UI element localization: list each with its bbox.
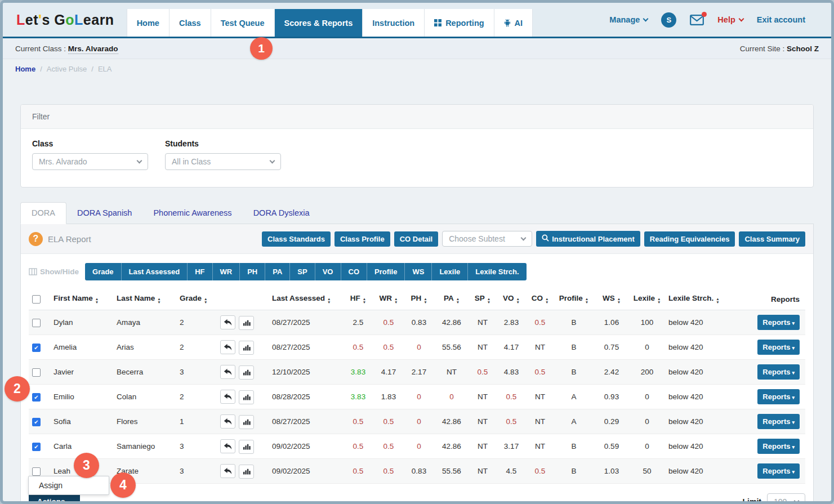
- nav-tab-instruction[interactable]: Instruction: [363, 9, 425, 37]
- co-detail-button[interactable]: CO Detail: [394, 231, 439, 247]
- exit-account-link[interactable]: Exit account: [757, 15, 805, 24]
- undo-test-button[interactable]: [220, 365, 235, 379]
- instructional-placement-button[interactable]: Instructional Placement: [536, 231, 640, 247]
- show-hide-button[interactable]: Show/Hide: [29, 267, 79, 276]
- toggle-lexile[interactable]: Lexile: [432, 263, 468, 280]
- column-header-sp[interactable]: SP▲▼: [469, 288, 496, 310]
- toggle-wr[interactable]: WR: [213, 263, 240, 280]
- cell-co-score: NT: [527, 434, 554, 459]
- toggle-lexile-strch[interactable]: Lexile Strch.: [468, 263, 526, 280]
- column-header-last-name[interactable]: Last Name▲▼: [113, 288, 176, 310]
- column-header-ph[interactable]: PH▲▼: [404, 288, 434, 310]
- toggle-hf[interactable]: HF: [188, 263, 212, 280]
- row-checkbox[interactable]: ✔: [32, 344, 41, 352]
- cell-co-score: 0.5: [527, 360, 554, 385]
- tab-phonemic-awareness[interactable]: Phonemic Awareness: [142, 203, 242, 224]
- limit-select[interactable]: 100: [767, 493, 805, 504]
- column-header-first-name[interactable]: First Name▲▼: [50, 288, 113, 310]
- tab-dora-spanish[interactable]: DORA Spanish: [66, 203, 143, 224]
- toggle-profile[interactable]: Profile: [367, 263, 405, 280]
- reports-button[interactable]: Reports▾: [757, 364, 800, 380]
- column-header-pa[interactable]: PA▲▼: [434, 288, 469, 310]
- cell-ws: 0.75: [594, 335, 629, 360]
- column-header-hf[interactable]: HF▲▼: [343, 288, 373, 310]
- manage-menu[interactable]: Manage: [609, 15, 648, 24]
- column-header-co[interactable]: CO▲▼: [527, 288, 554, 310]
- class-filter-select[interactable]: Mrs. Alvarado: [32, 153, 148, 170]
- button-label: Class Profile: [340, 235, 385, 243]
- undo-test-button[interactable]: [220, 340, 235, 354]
- student-chart-button[interactable]: [239, 341, 254, 355]
- reports-button[interactable]: Reports▾: [757, 340, 800, 355]
- undo-test-button[interactable]: [220, 464, 235, 478]
- toggle-vo[interactable]: VO: [315, 263, 341, 280]
- toggle-sp[interactable]: SP: [290, 263, 315, 280]
- choose-subtest-select[interactable]: Choose Subtest: [442, 231, 532, 247]
- class-standards-button[interactable]: Class Standards: [262, 231, 331, 247]
- toggle-ws[interactable]: WS: [405, 263, 432, 280]
- breadcrumb-item-home[interactable]: Home: [15, 65, 35, 73]
- column-header-wr[interactable]: WR▲▼: [373, 288, 404, 310]
- student-chart-button[interactable]: [239, 415, 254, 429]
- column-header-profile[interactable]: Profile▲▼: [554, 288, 594, 310]
- nav-tab-test-queue[interactable]: Test Queue: [211, 9, 275, 37]
- class-profile-button[interactable]: Class Profile: [335, 231, 390, 247]
- select-all-checkbox[interactable]: [32, 295, 41, 304]
- nav-tab-ai[interactable]: AI: [494, 9, 533, 37]
- row-checkbox[interactable]: ✔: [32, 393, 41, 402]
- student-chart-button[interactable]: [239, 465, 254, 479]
- row-checkbox[interactable]: [32, 368, 41, 377]
- current-class-name[interactable]: Mrs. Alvarado: [68, 44, 118, 54]
- toggle-pa[interactable]: PA: [265, 263, 290, 280]
- reports-button[interactable]: Reports▾: [757, 414, 800, 429]
- reports-button[interactable]: Reports▾: [757, 439, 800, 454]
- row-checkbox[interactable]: ✔: [32, 418, 41, 426]
- student-chart-button[interactable]: [239, 440, 254, 454]
- tab-dora-dyslexia[interactable]: DORA Dyslexia: [243, 203, 320, 224]
- reports-button[interactable]: Reports▾: [757, 315, 800, 330]
- row-checkbox[interactable]: [32, 319, 41, 327]
- column-header-lexile[interactable]: Lexile▲▼: [629, 288, 665, 310]
- messages-button[interactable]: [690, 15, 704, 25]
- column-header-label: First Name: [53, 294, 93, 302]
- cell-wr-score: 0.5: [373, 409, 404, 434]
- row-checkbox[interactable]: ✔: [32, 443, 41, 451]
- cell-last-name: Flores: [113, 409, 176, 434]
- reading-equivalencies-button[interactable]: Reading Equivalencies: [644, 231, 735, 247]
- undo-test-button[interactable]: [220, 439, 235, 453]
- row-checkbox[interactable]: [32, 467, 41, 476]
- student-chart-button[interactable]: [239, 316, 254, 330]
- column-header-vo[interactable]: VO▲▼: [496, 288, 527, 310]
- undo-test-button[interactable]: [220, 390, 235, 404]
- logo[interactable]: Let's Go Learn: [3, 3, 127, 37]
- undo-test-button[interactable]: [220, 315, 235, 329]
- tab-dora[interactable]: DORA: [20, 202, 66, 224]
- undo-test-button[interactable]: [220, 414, 235, 429]
- column-header-label: Last Name: [117, 294, 155, 302]
- reports-button[interactable]: Reports▾: [757, 463, 800, 479]
- nav-tab-reporting[interactable]: Reporting: [425, 9, 494, 37]
- row-actions-cell: [217, 385, 269, 409]
- student-chart-button[interactable]: [239, 390, 254, 404]
- class-summary-button[interactable]: Class Summary: [739, 231, 805, 247]
- reports-button[interactable]: Reports▾: [757, 389, 800, 404]
- column-header-last-assessed[interactable]: Last Assessed▲▼: [269, 288, 343, 310]
- nav-tab-scores-reports[interactable]: Scores & Reports: [275, 9, 363, 37]
- toggle-grade[interactable]: Grade: [85, 263, 122, 280]
- toggle-ph[interactable]: PH: [240, 263, 265, 280]
- toggle-co[interactable]: CO: [341, 263, 368, 280]
- assign-menu-item[interactable]: Assign: [29, 476, 109, 494]
- toggle-last-assessed[interactable]: Last Assessed: [122, 263, 188, 280]
- help-menu[interactable]: Help: [717, 15, 743, 24]
- column-header-ws[interactable]: WS▲▼: [594, 288, 629, 310]
- column-header-lexile-strch[interactable]: Lexile Strch.▲▼: [665, 288, 732, 310]
- nav-tab-class[interactable]: Class: [170, 9, 211, 37]
- nav-tab-home[interactable]: Home: [127, 9, 170, 37]
- avatar[interactable]: S: [661, 12, 676, 28]
- students-filter-select[interactable]: All in Class: [165, 153, 281, 170]
- question-mark-icon[interactable]: ?: [29, 232, 43, 246]
- column-header-grade[interactable]: Grade▲▼: [176, 288, 217, 310]
- caret-down-icon: ▾: [792, 370, 795, 376]
- cell-pa-score: 42.86: [434, 434, 469, 459]
- student-chart-button[interactable]: [239, 365, 254, 380]
